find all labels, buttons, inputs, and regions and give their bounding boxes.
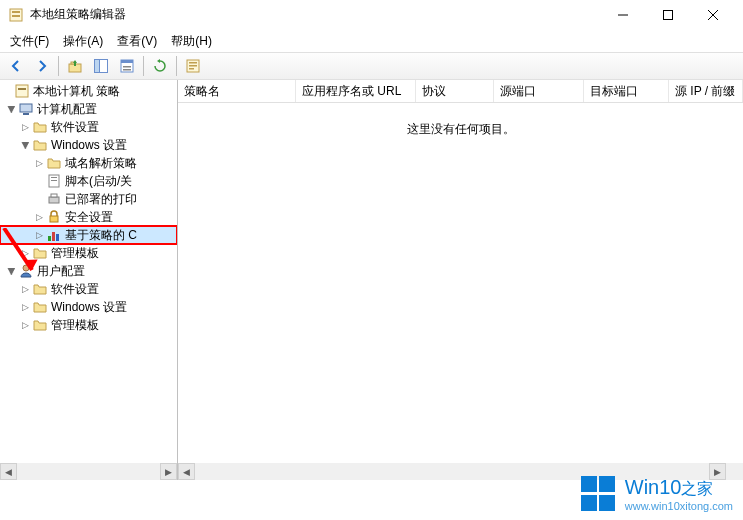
show-hide-tree-button[interactable] [89, 54, 113, 78]
expander-icon[interactable]: ▷ [18, 318, 32, 332]
window-title: 本地组策略编辑器 [30, 6, 600, 23]
svg-rect-28 [50, 216, 58, 222]
menu-action[interactable]: 操作(A) [57, 31, 109, 52]
column-header-dstport[interactable]: 目标端口 [584, 80, 669, 102]
tree-root[interactable]: 本地计算机 策略 [0, 82, 177, 100]
export-button[interactable] [181, 54, 205, 78]
up-button[interactable] [63, 54, 87, 78]
folder-icon [32, 317, 48, 333]
expander-icon[interactable]: ▷ [18, 282, 32, 296]
expander-icon[interactable]: ⯆ [4, 264, 18, 278]
svg-rect-1 [12, 11, 20, 13]
empty-message: 这里没有任何项目。 [178, 103, 743, 156]
expander-icon[interactable]: ▷ [32, 156, 46, 170]
expander-icon[interactable]: ▷ [32, 228, 46, 242]
tree-label: 计算机配置 [37, 101, 97, 118]
tree-label: 软件设置 [51, 119, 99, 136]
tree-admin-templates[interactable]: ▷ 管理模板 [0, 244, 177, 262]
tree-windows-settings[interactable]: ⯆ Windows 设置 [0, 136, 177, 154]
svg-rect-31 [56, 234, 59, 241]
tree-software-settings[interactable]: ▷ 软件设置 [0, 118, 177, 136]
svg-rect-2 [12, 15, 20, 17]
tree-admin-templates-user[interactable]: ▷ 管理模板 [0, 316, 177, 334]
computer-icon [18, 101, 34, 117]
svg-rect-27 [51, 194, 57, 197]
back-button[interactable] [4, 54, 28, 78]
svg-rect-18 [189, 68, 194, 70]
svg-rect-24 [51, 177, 57, 178]
column-header-appurl[interactable]: 应用程序名或 URL [296, 80, 416, 102]
tree-hscrollbar[interactable]: ◀ ▶ [0, 463, 177, 480]
tree-label: Windows 设置 [51, 299, 127, 316]
tree-label: 安全设置 [65, 209, 113, 226]
svg-rect-4 [663, 10, 672, 19]
column-header-name[interactable]: 策略名 [178, 80, 296, 102]
tree-label: 基于策略的 C [65, 227, 137, 244]
column-header-srcip[interactable]: 源 IP / 前缀 [669, 80, 743, 102]
expander-icon[interactable]: ▷ [18, 120, 32, 134]
content-area: 本地计算机 策略 ⯆ 计算机配置 ▷ 软件设置 ⯆ Windows 设 [0, 80, 743, 480]
menu-file[interactable]: 文件(F) [4, 31, 55, 52]
svg-rect-14 [123, 69, 131, 71]
menu-view[interactable]: 查看(V) [111, 31, 163, 52]
tree-software-settings-user[interactable]: ▷ 软件设置 [0, 280, 177, 298]
expander-icon[interactable]: ⯆ [18, 138, 32, 152]
tree-policy-based-qos[interactable]: ▷ 基于策略的 C [0, 226, 177, 244]
list-header: 策略名 应用程序名或 URL 协议 源端口 目标端口 源 IP / 前缀 [178, 80, 743, 103]
properties-button[interactable] [115, 54, 139, 78]
toolbar-separator [176, 56, 177, 76]
user-icon [18, 263, 34, 279]
windows-logo-icon [581, 476, 617, 512]
svg-rect-22 [23, 113, 29, 115]
svg-rect-12 [121, 60, 133, 63]
svg-rect-16 [189, 62, 197, 64]
forward-button[interactable] [30, 54, 54, 78]
tree-security-settings[interactable]: ▷ 安全设置 [0, 208, 177, 226]
expander-icon[interactable] [32, 192, 46, 206]
chart-icon [46, 227, 62, 243]
close-button[interactable] [690, 0, 735, 29]
svg-rect-17 [189, 65, 197, 67]
menubar: 文件(F) 操作(A) 查看(V) 帮助(H) [0, 30, 743, 52]
folder-icon [32, 245, 48, 261]
scroll-track[interactable] [17, 463, 160, 480]
scroll-left-icon[interactable]: ◀ [0, 463, 17, 480]
watermark-text: Win10之家 www.win10xitong.com [625, 476, 733, 512]
maximize-button[interactable] [645, 0, 690, 29]
expander-icon[interactable]: ▷ [18, 246, 32, 260]
list-pane: 策略名 应用程序名或 URL 协议 源端口 目标端口 源 IP / 前缀 这里没… [178, 80, 743, 480]
scroll-right-icon[interactable]: ▶ [160, 463, 177, 480]
tree-label: 域名解析策略 [65, 155, 137, 172]
minimize-button[interactable] [600, 0, 645, 29]
tree-label: 软件设置 [51, 281, 99, 298]
svg-rect-25 [51, 180, 57, 181]
tree-scripts[interactable]: 脚本(启动/关 [0, 172, 177, 190]
toolbar-separator [58, 56, 59, 76]
tree-label: 用户配置 [37, 263, 85, 280]
folder-icon [32, 281, 48, 297]
tree-computer-config[interactable]: ⯆ 计算机配置 [0, 100, 177, 118]
tree-dns-policy[interactable]: ▷ 域名解析策略 [0, 154, 177, 172]
menu-help[interactable]: 帮助(H) [165, 31, 218, 52]
policy-root-icon [14, 83, 30, 99]
tree-label: 已部署的打印 [65, 191, 137, 208]
column-header-protocol[interactable]: 协议 [416, 80, 494, 102]
svg-rect-10 [95, 60, 100, 73]
expander-icon[interactable]: ▷ [32, 210, 46, 224]
tree-deployed-printers[interactable]: 已部署的打印 [0, 190, 177, 208]
tree-windows-settings-user[interactable]: ▷ Windows 设置 [0, 298, 177, 316]
tree-user-config[interactable]: ⯆ 用户配置 [0, 262, 177, 280]
svg-rect-26 [49, 197, 59, 203]
expander-icon[interactable]: ▷ [18, 300, 32, 314]
refresh-button[interactable] [148, 54, 172, 78]
scroll-left-icon[interactable]: ◀ [178, 463, 195, 480]
folder-icon [32, 119, 48, 135]
expander-icon[interactable] [32, 174, 46, 188]
toolbar [0, 52, 743, 80]
column-header-srcport[interactable]: 源端口 [494, 80, 584, 102]
watermark-sub: 之家 [681, 480, 713, 497]
expander-icon[interactable] [0, 84, 14, 98]
tree-label: 管理模板 [51, 317, 99, 334]
expander-icon[interactable]: ⯆ [4, 102, 18, 116]
svg-rect-19 [16, 85, 28, 97]
